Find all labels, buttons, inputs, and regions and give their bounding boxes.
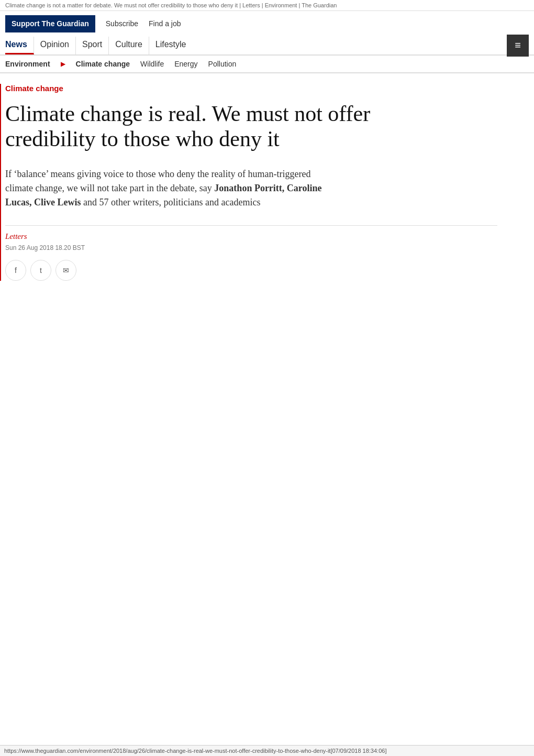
header-top: Support The Guardian Subscribe Find a jo… <box>5 11 529 35</box>
article-standfirst: If ‘balance’ means giving voice to those… <box>5 167 330 210</box>
nav-item-sport[interactable]: Sport <box>82 37 109 54</box>
share-buttons: f t ✉ <box>5 260 497 281</box>
subscribe-link[interactable]: Subscribe <box>106 19 138 28</box>
hamburger-button[interactable]: ≡ <box>507 35 529 57</box>
find-job-link[interactable]: Find a job <box>149 19 181 28</box>
share-email-button[interactable]: ✉ <box>55 260 76 281</box>
sub-nav-climate-change[interactable]: Climate change <box>76 60 130 68</box>
sub-nav-arrow: ▶ <box>61 60 65 68</box>
share-facebook-button[interactable]: f <box>5 260 26 281</box>
nav-item-culture[interactable]: Culture <box>115 37 149 54</box>
article-section-label[interactable]: Climate change <box>5 84 497 93</box>
article-byline-section: Letters Sun 26 Aug 2018 18.20 BST <box>5 225 497 251</box>
email-icon: ✉ <box>63 266 69 275</box>
article-date: Sun 26 Aug 2018 18.20 BST <box>5 244 497 251</box>
sub-nav-wildlife[interactable]: Wildlife <box>140 60 164 68</box>
sub-nav-environment[interactable]: Environment <box>5 60 50 68</box>
sub-nav-pollution[interactable]: Pollution <box>208 60 237 68</box>
facebook-icon: f <box>15 266 17 275</box>
nav-item-opinion[interactable]: Opinion <box>40 37 76 54</box>
sub-nav: Environment ▶ Climate change Wildlife En… <box>0 55 534 73</box>
article-headline: Climate change is real. We must not offe… <box>5 101 435 152</box>
main-nav: News Opinion Sport Culture Lifestyle ≡ <box>5 35 529 54</box>
share-twitter-button[interactable]: t <box>30 260 51 281</box>
nav-item-news[interactable]: News <box>5 37 34 54</box>
support-button[interactable]: Support The Guardian <box>5 15 95 32</box>
page-breadcrumb: Climate change is not a matter for debat… <box>0 0 534 11</box>
article-container: Climate change Climate change is real. W… <box>0 73 503 292</box>
site-header: Support The Guardian Subscribe Find a jo… <box>0 11 534 55</box>
article-letters-label[interactable]: Letters <box>5 232 497 241</box>
nav-item-lifestyle[interactable]: Lifestyle <box>155 37 193 54</box>
twitter-icon: t <box>40 266 42 275</box>
sub-nav-energy[interactable]: Energy <box>174 60 197 68</box>
article-left-border: Climate change Climate change is real. W… <box>0 84 497 281</box>
header-links: Subscribe Find a job <box>106 19 181 28</box>
